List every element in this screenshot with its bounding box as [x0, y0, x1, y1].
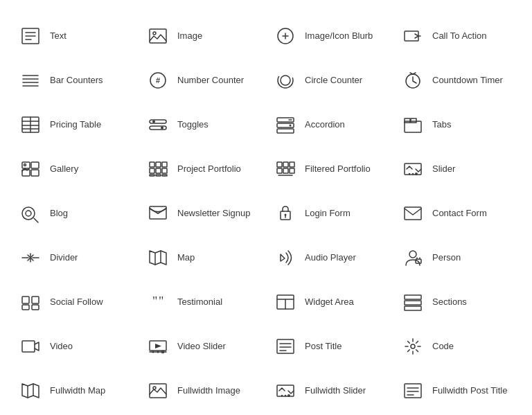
widget-item-call-to-action[interactable]: Call To Action — [393, 14, 521, 58]
image-label: Image — [177, 30, 202, 42]
widget-item-accordion[interactable]: Accordion — [266, 103, 393, 147]
widget-item-gallery[interactable]: Gallery — [11, 147, 139, 191]
code-icon — [400, 334, 425, 359]
video-slider-icon — [145, 334, 170, 359]
filtered-portfolio-label: Filtered Portfolio — [305, 164, 371, 175]
widget-item-video[interactable]: Video — [11, 324, 139, 369]
svg-text:#: # — [156, 76, 160, 85]
svg-rect-4 — [150, 29, 166, 43]
widget-item-toggles[interactable]: Toggles — [139, 103, 266, 147]
fullwidth-slider-icon — [273, 378, 298, 403]
widget-item-testimonial[interactable]: ""Testimonial — [139, 280, 266, 324]
svg-rect-72 — [405, 207, 421, 220]
map-icon — [145, 245, 170, 270]
svg-rect-37 — [405, 118, 410, 123]
widget-item-contact-form[interactable]: Contact Form — [393, 191, 521, 236]
accordion-icon — [273, 112, 298, 137]
widget-item-newsletter-signup[interactable]: Newsletter Signup — [139, 191, 266, 236]
widget-item-video-slider[interactable]: Video Slider — [139, 324, 266, 369]
svg-line-113 — [408, 342, 410, 344]
svg-rect-28 — [150, 126, 166, 130]
svg-rect-87 — [22, 305, 29, 310]
bar-counters-icon — [18, 68, 43, 93]
sections-label: Sections — [432, 297, 467, 308]
svg-rect-51 — [156, 175, 161, 176]
svg-text:": " — [152, 294, 157, 308]
fullwidth-post-title-label: Fullwidth Post Title — [432, 385, 507, 397]
login-form-label: Login Form — [305, 208, 351, 220]
toggles-label: Toggles — [177, 119, 209, 131]
svg-rect-85 — [22, 297, 29, 303]
number-counter-label: Number Counter — [177, 75, 244, 87]
widget-item-sections[interactable]: Sections — [393, 280, 521, 324]
fullwidth-map-icon — [18, 378, 43, 403]
image-icon-blurb-icon — [273, 24, 298, 48]
widget-item-project-portfolio[interactable]: Project Portfolio — [139, 147, 266, 191]
login-form-icon — [273, 201, 298, 226]
widget-item-text[interactable]: Text — [11, 14, 139, 58]
bar-counters-label: Bar Counters — [50, 75, 103, 87]
widget-item-circle-counter[interactable]: Circle Counter — [266, 58, 393, 103]
widget-item-pricing-table[interactable]: Pricing Table — [11, 103, 139, 147]
widget-item-audio-player[interactable]: Audio Player — [266, 236, 393, 280]
svg-rect-94 — [405, 295, 421, 299]
svg-point-30 — [161, 127, 163, 130]
call-to-action-label: Call To Action — [432, 30, 487, 42]
widget-item-fullwidth-slider[interactable]: Fullwidth Slider — [266, 369, 393, 413]
svg-rect-46 — [162, 162, 167, 167]
widget-item-fullwidth-map[interactable]: Fullwidth Map — [11, 369, 139, 413]
svg-point-29 — [152, 121, 155, 123]
social-follow-label: Social Follow — [50, 297, 103, 308]
svg-rect-88 — [32, 305, 39, 310]
widget-item-code[interactable]: Code — [393, 324, 521, 369]
svg-rect-27 — [150, 120, 166, 123]
gallery-icon — [18, 157, 43, 182]
svg-point-100 — [152, 351, 154, 353]
widget-item-widget-area[interactable]: Widget Area — [266, 280, 393, 324]
widget-item-login-form[interactable]: Login Form — [266, 191, 393, 236]
slider-icon — [400, 157, 425, 182]
widget-item-image-icon-blurb[interactable]: Image/Icon Blurb — [266, 14, 393, 58]
widget-item-divider[interactable]: Divider — [11, 236, 139, 280]
svg-rect-45 — [156, 162, 161, 167]
filtered-portfolio-icon — [273, 157, 298, 182]
gallery-label: Gallery — [50, 164, 78, 175]
widget-item-slider[interactable]: Slider — [393, 147, 521, 191]
svg-point-65 — [26, 211, 31, 216]
svg-point-64 — [22, 207, 35, 220]
video-icon — [18, 334, 43, 359]
newsletter-signup-icon — [145, 201, 170, 226]
svg-rect-42 — [31, 170, 39, 176]
widget-item-filtered-portfolio[interactable]: Filtered Portfolio — [266, 147, 393, 191]
widget-item-fullwidth-post-title[interactable]: Fullwidth Post Title — [393, 369, 521, 413]
svg-point-81 — [409, 251, 416, 258]
fullwidth-map-label: Fullwidth Map — [50, 385, 105, 397]
widget-item-bar-counters[interactable]: Bar Counters — [11, 58, 139, 103]
widget-item-post-title[interactable]: Post Title — [266, 324, 393, 369]
widget-item-blog[interactable]: Blog — [11, 191, 139, 236]
call-to-action-icon — [400, 24, 425, 48]
widget-item-person[interactable]: Person — [393, 236, 521, 280]
tabs-label: Tabs — [432, 119, 451, 131]
widget-item-map[interactable]: Map — [139, 236, 266, 280]
circle-counter-icon — [273, 68, 298, 93]
number-counter-icon: # — [145, 68, 170, 93]
fullwidth-slider-label: Fullwidth Slider — [305, 385, 366, 397]
video-slider-label: Video Slider — [177, 341, 226, 353]
fullwidth-post-title-icon — [400, 378, 425, 403]
person-icon — [400, 245, 425, 270]
text-label: Text — [50, 30, 66, 42]
countdown-timer-label: Countdown Timer — [432, 75, 503, 87]
svg-line-68 — [158, 209, 166, 213]
newsletter-signup-label: Newsletter Signup — [177, 208, 251, 220]
widget-item-image[interactable]: Image — [139, 14, 266, 58]
widget-area-icon — [273, 290, 298, 315]
widget-item-fullwidth-image[interactable]: Fullwidth Image — [139, 369, 266, 413]
widget-item-social-follow[interactable]: Social Follow — [11, 280, 139, 324]
widget-item-countdown-timer[interactable]: Countdown Timer — [393, 58, 521, 103]
widget-item-number-counter[interactable]: #Number Counter — [139, 58, 266, 103]
svg-rect-55 — [290, 162, 294, 167]
svg-rect-53 — [277, 162, 282, 167]
accordion-label: Accordion — [305, 119, 345, 131]
widget-item-tabs[interactable]: Tabs — [393, 103, 521, 147]
